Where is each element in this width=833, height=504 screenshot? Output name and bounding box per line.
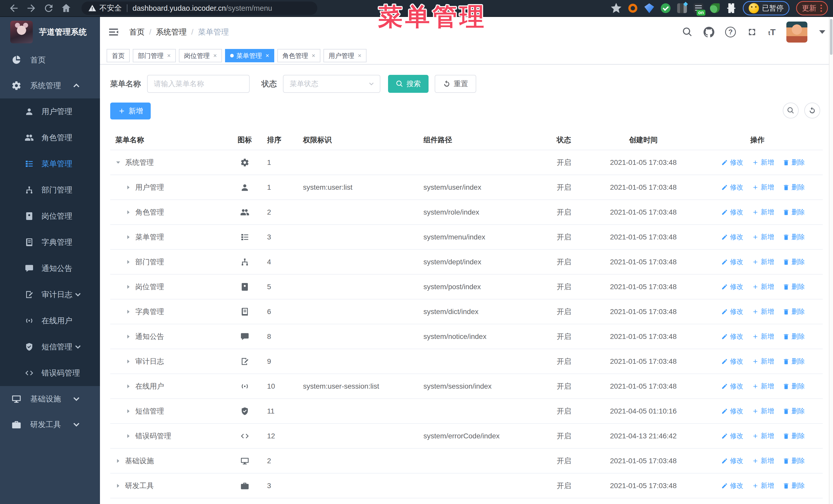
page-scrollbar[interactable]: [829, 17, 833, 504]
extension-icon[interactable]: [644, 3, 654, 13]
tree-caret-icon[interactable]: [115, 482, 121, 489]
plus-action-link[interactable]: 新增: [752, 233, 774, 241]
plus-action-link[interactable]: 新增: [752, 282, 774, 291]
address-bar[interactable]: 不安全 dashboard.yudao.iocoder.cn/system/me…: [81, 2, 317, 15]
edit-action-link[interactable]: 修改: [721, 307, 743, 316]
sidebar-item-1[interactable]: 系统管理: [0, 73, 100, 98]
logo-row[interactable]: 芋道管理系统: [0, 17, 100, 47]
edit-action-link[interactable]: 修改: [721, 233, 743, 241]
sidebar-subitem-3[interactable]: 部门管理: [0, 177, 100, 203]
user-avatar[interactable]: [786, 22, 807, 43]
delete-action-link[interactable]: 删除: [783, 208, 805, 217]
tree-caret-icon[interactable]: [125, 383, 132, 390]
plus-action-link[interactable]: 新增: [752, 183, 774, 192]
extensions-puzzle-icon[interactable]: [727, 3, 736, 13]
delete-action-link[interactable]: 删除: [783, 257, 805, 266]
help-icon[interactable]: ?: [725, 27, 736, 38]
edit-action-link[interactable]: 修改: [721, 282, 743, 291]
browser-update-button[interactable]: 更新: [796, 1, 828, 16]
edit-action-link[interactable]: 修改: [721, 158, 743, 167]
sidebar-subitem-2[interactable]: 菜单管理: [0, 151, 100, 177]
sidebar-subitem-5[interactable]: 字典管理: [0, 229, 100, 255]
plus-action-link[interactable]: 新增: [752, 407, 774, 415]
sidebar-subitem-6[interactable]: 通知公告: [0, 255, 100, 282]
tree-caret-icon[interactable]: [125, 433, 132, 439]
tree-caret-icon[interactable]: [125, 333, 132, 340]
tree-caret-icon[interactable]: [125, 209, 132, 216]
menu-name-input[interactable]: [147, 75, 249, 93]
close-icon[interactable]: ×: [265, 52, 269, 59]
search-button[interactable]: 搜索: [388, 75, 429, 93]
scrollbar-thumb[interactable]: [830, 19, 832, 55]
tab-角色管理[interactable]: 角色管理×: [277, 49, 320, 62]
tab-部门管理[interactable]: 部门管理×: [133, 49, 176, 62]
plus-action-link[interactable]: 新增: [752, 257, 774, 266]
tree-caret-icon[interactable]: [125, 184, 132, 191]
tree-caret-icon[interactable]: [125, 284, 132, 290]
delete-action-link[interactable]: 删除: [783, 332, 805, 341]
breadcrumb-item[interactable]: 首页: [129, 27, 145, 38]
sidebar-item-3[interactable]: 研发工具: [0, 412, 100, 437]
forward-icon[interactable]: [26, 3, 37, 14]
paused-extension-button[interactable]: 已暂停: [743, 1, 789, 16]
edit-action-link[interactable]: 修改: [721, 357, 743, 366]
bookmark-star-icon[interactable]: [611, 3, 621, 13]
sidebar-subitem-4[interactable]: 岗位管理: [0, 203, 100, 229]
extension-icon[interactable]: [710, 3, 720, 13]
plus-action-link[interactable]: 新增: [752, 456, 774, 465]
edit-action-link[interactable]: 修改: [721, 183, 743, 192]
delete-action-link[interactable]: 删除: [783, 382, 805, 391]
close-icon[interactable]: ×: [167, 52, 171, 59]
delete-action-link[interactable]: 删除: [783, 431, 805, 440]
sidebar-item-2[interactable]: 基础设施: [0, 386, 100, 412]
fullscreen-icon[interactable]: [747, 27, 757, 38]
sidebar-item-0[interactable]: 首页: [0, 47, 100, 73]
font-size-icon[interactable]: tT: [768, 27, 776, 37]
delete-action-link[interactable]: 删除: [783, 282, 805, 291]
add-button[interactable]: 新增: [110, 102, 151, 119]
edit-action-link[interactable]: 修改: [721, 208, 743, 217]
github-icon[interactable]: [704, 27, 714, 38]
sidebar-subitem-8[interactable]: 在线用户: [0, 308, 100, 334]
close-icon[interactable]: ×: [358, 52, 361, 59]
tree-caret-icon[interactable]: [125, 259, 132, 265]
back-icon[interactable]: [8, 3, 20, 14]
delete-action-link[interactable]: 删除: [783, 456, 805, 465]
delete-action-link[interactable]: 删除: [783, 158, 805, 167]
plus-action-link[interactable]: 新增: [752, 431, 774, 440]
edit-action-link[interactable]: 修改: [721, 481, 743, 490]
delete-action-link[interactable]: 删除: [783, 183, 805, 192]
tree-caret-icon[interactable]: [125, 234, 132, 240]
delete-action-link[interactable]: 删除: [783, 307, 805, 316]
plus-action-link[interactable]: 新增: [752, 357, 774, 366]
kebab-menu-icon[interactable]: [820, 5, 822, 12]
tab-岗位管理[interactable]: 岗位管理×: [179, 49, 222, 62]
extension-icon[interactable]: [661, 3, 670, 13]
avatar-caret-icon[interactable]: [819, 30, 825, 34]
sidebar-subitem-0[interactable]: 用户管理: [0, 98, 100, 125]
delete-action-link[interactable]: 删除: [783, 481, 805, 490]
delete-action-link[interactable]: 删除: [783, 407, 805, 415]
extension-icon[interactable]: [677, 3, 687, 13]
plus-action-link[interactable]: 新增: [752, 481, 774, 490]
home-browser-icon[interactable]: [61, 3, 72, 14]
edit-action-link[interactable]: 修改: [721, 332, 743, 341]
delete-action-link[interactable]: 删除: [783, 357, 805, 366]
refresh-table-button[interactable]: [804, 102, 820, 118]
plus-action-link[interactable]: 新增: [752, 332, 774, 341]
tab-菜单管理[interactable]: 菜单管理×: [225, 49, 274, 62]
tab-用户管理[interactable]: 用户管理×: [324, 49, 366, 62]
status-select[interactable]: 菜单状态: [283, 75, 380, 93]
edit-action-link[interactable]: 修改: [721, 431, 743, 440]
tree-caret-icon[interactable]: [125, 308, 132, 315]
hamburger-icon[interactable]: [108, 26, 119, 38]
tab-首页[interactable]: 首页: [106, 49, 130, 62]
plus-action-link[interactable]: 新增: [752, 158, 774, 167]
extension-icon[interactable]: on: [694, 3, 703, 13]
sidebar-subitem-7[interactable]: 审计日志: [0, 282, 100, 308]
plus-action-link[interactable]: 新增: [752, 208, 774, 217]
plus-action-link[interactable]: 新增: [752, 307, 774, 316]
edit-action-link[interactable]: 修改: [721, 257, 743, 266]
reset-button[interactable]: 重置: [435, 75, 476, 93]
edit-action-link[interactable]: 修改: [721, 456, 743, 465]
